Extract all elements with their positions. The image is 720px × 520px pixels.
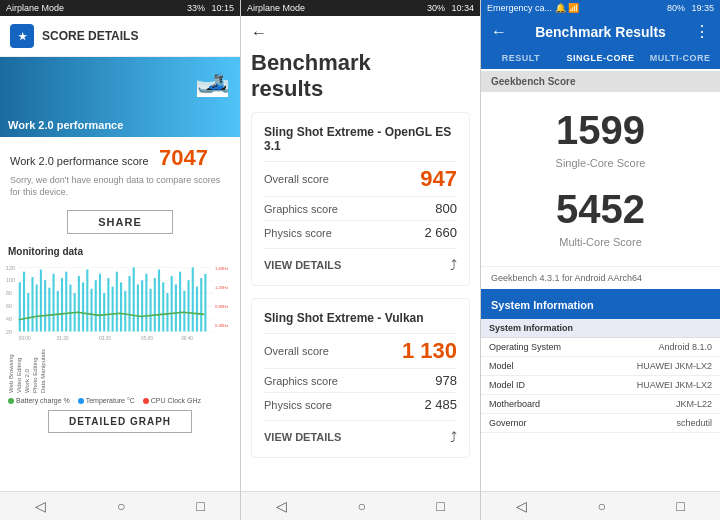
multi-core-score: 5452 [481,187,720,232]
vulkan-share-icon[interactable]: ⤴ [450,429,457,445]
sysinfo-value: HUAWEI JKM-LX2 [606,357,720,376]
svg-rect-58 [196,287,198,332]
sysinfo-value: Android 8.1.0 [606,338,720,357]
svg-rect-39 [116,272,118,332]
sysinfo-header: System Information [481,289,720,319]
p3-tabs: RESULT SINGLE-CORE MULTI-CORE [481,47,720,71]
svg-rect-45 [141,281,143,332]
legend-cpu: CPU Clock GHz [143,397,201,404]
sysinfo-value: JKM-L22 [606,395,720,414]
p1-header-title: SCORE DETAILS [42,29,138,43]
p3-title: Benchmark Results [507,24,694,40]
vulkan-overall-label: Overall score [264,345,329,357]
opengl-view-details: VIEW DETAILS ⤴ [264,248,457,273]
svg-text:0.40Hz: 0.40Hz [215,323,228,328]
vulkan-view-details-button[interactable]: VIEW DETAILS [264,431,341,443]
svg-rect-41 [124,291,126,332]
svg-rect-40 [120,283,122,332]
opengl-share-icon[interactable]: ⤴ [450,257,457,273]
cpu-label: CPU Clock GHz [151,397,201,404]
battery-dot [8,398,14,404]
sysinfo-row: Model IDHUAWEI JKM-LX2 [481,376,720,395]
temp-dot [78,398,84,404]
recent-nav-button[interactable]: □ [196,498,204,514]
skier-icon: 🎿 [195,65,230,98]
p3-status-right: 80% 19:35 [667,3,714,13]
svg-text:01:30: 01:30 [57,336,69,341]
vulkan-title: Sling Shot Extreme - Vulkan [264,311,457,325]
detailed-graph-button[interactable]: DETAILED GRAPH [48,410,192,433]
p1-header: ★ SCORE DETAILS [0,16,240,57]
back-nav-button[interactable]: ◁ [35,498,46,514]
svg-text:60: 60 [6,303,12,309]
p3-back-nav[interactable]: ◁ [516,498,527,514]
tab-multi-core[interactable]: MULTI-CORE [640,47,720,69]
p2-back-button[interactable]: ← [251,24,267,42]
svg-rect-28 [69,285,71,332]
svg-rect-47 [150,289,152,332]
p3-menu-button[interactable]: ⋮ [694,22,710,41]
svg-rect-50 [162,283,164,332]
svg-rect-56 [187,281,189,332]
svg-rect-46 [145,274,147,332]
v-label-3: Work 2.0 [24,351,30,393]
p2-status-right: 30% 10:34 [427,3,474,13]
svg-text:03:20: 03:20 [99,336,111,341]
svg-rect-42 [128,276,130,331]
svg-text:100: 100 [6,278,15,284]
score-icon: ★ [10,24,34,48]
svg-rect-18 [27,293,29,331]
p2-title: Benchmarkresults [241,50,480,112]
svg-rect-57 [192,268,194,332]
svg-rect-36 [103,293,105,331]
p3-status-left: Emergency ca... 🔔 📶 [487,3,579,13]
home-nav-button[interactable]: ○ [117,498,125,514]
tab-single-core[interactable]: SINGLE-CORE [561,47,641,71]
vulkan-graphics-value: 978 [435,373,457,388]
svg-rect-38 [112,287,114,332]
svg-rect-30 [78,276,80,331]
p3-recent-nav[interactable]: □ [676,498,684,514]
sysinfo-key: Model ID [481,376,606,395]
opengl-view-details-button[interactable]: VIEW DETAILS [264,259,341,271]
svg-rect-25 [57,291,59,332]
svg-text:05:00: 05:00 [141,336,153,341]
vulkan-physics-value: 2 485 [424,397,457,412]
p2-home-nav[interactable]: ○ [358,498,366,514]
monitoring-chart: 120 100 80 60 40 20 1.60Hz 1.20Hz 0.80Hz… [0,259,240,349]
svg-rect-54 [179,272,181,332]
svg-rect-34 [95,281,97,332]
p2-topbar: ← [241,16,480,50]
vulkan-overall-row: Overall score 1 130 [264,333,457,368]
p1-status-right: 33% 10:15 [187,3,234,13]
opengl-physics-label: Physics score [264,227,332,239]
sysinfo-key: Operating System [481,338,606,357]
p2-bottom-nav: ◁ ○ □ [241,491,480,520]
p2-back-nav[interactable]: ◁ [276,498,287,514]
svg-text:80: 80 [6,290,12,296]
share-button[interactable]: SHARE [67,210,173,234]
sysinfo-key: Model [481,357,606,376]
p3-back-button[interactable]: ← [491,23,507,41]
sysinfo-title: System Information [491,299,594,311]
opengl-graphics-value: 800 [435,201,457,216]
svg-rect-59 [200,278,202,331]
p1-bottom-nav: ◁ ○ □ [0,491,240,520]
svg-rect-37 [107,278,109,331]
legend-battery: Battery charge % [8,397,70,404]
svg-rect-55 [183,291,185,332]
p1-statusbar: Airplane Mode 33% 10:15 [0,0,240,16]
p3-home-nav[interactable]: ○ [598,498,606,514]
p2-recent-nav[interactable]: □ [436,498,444,514]
chart-svg: 120 100 80 60 40 20 1.60Hz 1.20Hz 0.80Hz… [4,261,236,341]
tab-result[interactable]: RESULT [481,47,561,69]
cpu-dot [143,398,149,404]
svg-rect-17 [23,272,25,332]
p1-status-mode: Airplane Mode [6,3,64,13]
svg-text:20: 20 [6,329,12,335]
opengl-graphics-row: Graphics score 800 [264,196,457,220]
svg-text:00:00: 00:00 [19,336,31,341]
sysinfo-row: ModelHUAWEI JKM-LX2 [481,357,720,376]
monitoring-title: Monitoring data [0,242,240,259]
svg-rect-24 [53,274,55,332]
